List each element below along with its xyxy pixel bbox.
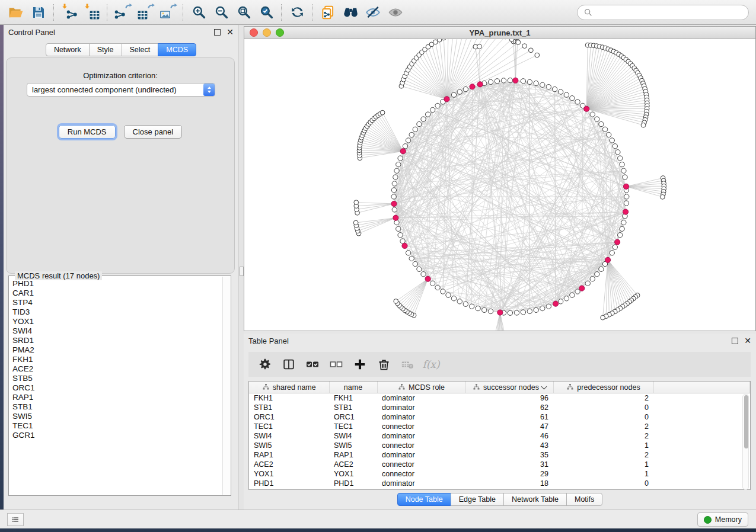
- table-row[interactable]: FKH1FKH1dominator962: [249, 393, 750, 403]
- mcds-result-item[interactable]: CAR1: [12, 289, 223, 298]
- open-file-button[interactable]: [5, 2, 27, 23]
- memory-button[interactable]: Memory: [697, 512, 748, 527]
- table-cell[interactable]: 0: [553, 403, 653, 412]
- table-cell[interactable]: dominator: [377, 403, 465, 412]
- network-node[interactable]: [618, 233, 623, 238]
- network-node[interactable]: [495, 79, 499, 84]
- network-node[interactable]: [446, 293, 451, 297]
- table-row[interactable]: STB1STB1dominator620: [249, 403, 750, 412]
- network-node[interactable]: [451, 92, 456, 97]
- tab-network-table[interactable]: Network Table: [503, 493, 567, 506]
- zoom-in-button[interactable]: [187, 2, 210, 23]
- network-node[interactable]: [409, 256, 414, 261]
- network-node[interactable]: [602, 127, 607, 132]
- mcds-result-item[interactable]: SWI5: [12, 412, 223, 421]
- network-hub-node[interactable]: [444, 97, 449, 102]
- close-panel-button[interactable]: Close panel: [124, 125, 183, 139]
- network-node[interactable]: [618, 156, 623, 161]
- table-cell[interactable]: 96: [465, 393, 553, 403]
- table-row[interactable]: TEC1TEC1connector472: [249, 422, 750, 431]
- mcds-result-item[interactable]: ORC1: [12, 383, 223, 393]
- network-node[interactable]: [623, 175, 627, 180]
- table-cell[interactable]: YOX1: [329, 469, 377, 479]
- mcds-result-item[interactable]: STB5: [12, 374, 223, 383]
- network-node[interactable]: [599, 267, 604, 271]
- select-all-button[interactable]: [302, 354, 323, 374]
- tab-style[interactable]: Style: [89, 43, 122, 56]
- show-all-button[interactable]: [384, 2, 407, 23]
- table-cell[interactable]: dominator: [377, 479, 465, 488]
- float-panel-icon[interactable]: [732, 338, 738, 344]
- table-cell[interactable]: dominator: [377, 431, 465, 441]
- mcds-result-item[interactable]: TEC1: [12, 421, 223, 431]
- network-node[interactable]: [394, 168, 399, 173]
- network-node[interactable]: [527, 309, 532, 313]
- table-cell[interactable]: PHD1: [249, 479, 329, 488]
- network-node[interactable]: [575, 100, 580, 104]
- table-settings-button[interactable]: [254, 354, 276, 374]
- network-hub-node[interactable]: [605, 257, 611, 262]
- zoom-selected-button[interactable]: [255, 2, 277, 23]
- table-row[interactable]: ORC1ORC1dominator610: [249, 412, 750, 422]
- network-node[interactable]: [393, 175, 398, 180]
- save-session-button[interactable]: [27, 2, 50, 23]
- column-header-mcds-role[interactable]: MCDS role: [377, 382, 465, 393]
- mcds-result-item[interactable]: PMA2: [12, 345, 223, 355]
- network-node[interactable]: [451, 296, 456, 301]
- table-cell[interactable]: FKH1: [249, 393, 329, 403]
- network-hub-node[interactable]: [579, 286, 585, 291]
- network-node[interactable]: [353, 220, 358, 225]
- network-node[interactable]: [564, 296, 569, 301]
- network-node[interactable]: [546, 304, 551, 309]
- table-cell[interactable]: 2: [553, 431, 653, 441]
- network-node[interactable]: [621, 168, 626, 173]
- network-canvas[interactable]: [244, 39, 755, 331]
- table-cell[interactable]: PHD1: [329, 479, 377, 488]
- apply-function-button[interactable]: f(x): [420, 354, 442, 374]
- network-hub-node[interactable]: [615, 239, 620, 245]
- table-cell[interactable]: 31: [465, 460, 553, 469]
- refresh-layout-button[interactable]: [286, 2, 308, 23]
- table-cell[interactable]: TEC1: [249, 422, 329, 431]
- network-node[interactable]: [394, 220, 399, 225]
- table-cell[interactable]: FKH1: [329, 393, 377, 403]
- network-hub-node[interactable]: [425, 276, 430, 281]
- column-header-shared-name[interactable]: shared name: [249, 382, 329, 393]
- network-node[interactable]: [534, 307, 538, 312]
- column-header-successor-nodes[interactable]: successor nodes: [465, 382, 553, 393]
- network-node[interactable]: [564, 92, 569, 97]
- table-cell[interactable]: 47: [465, 422, 553, 431]
- network-node[interactable]: [403, 144, 407, 149]
- table-cell[interactable]: STB1: [329, 403, 377, 412]
- network-node[interactable]: [615, 150, 620, 155]
- network-node[interactable]: [570, 96, 575, 101]
- network-node[interactable]: [522, 44, 527, 49]
- table-row[interactable]: YOX1YOX1connector291: [249, 469, 750, 479]
- network-node[interactable]: [463, 302, 468, 306]
- network-node[interactable]: [601, 315, 605, 320]
- network-node[interactable]: [441, 289, 445, 294]
- network-node[interactable]: [641, 123, 646, 127]
- network-node[interactable]: [509, 39, 514, 41]
- network-window-titlebar[interactable]: YPA_prune.txt_1: [244, 27, 755, 39]
- network-node[interactable]: [354, 200, 359, 205]
- delete-column-button[interactable]: [373, 354, 394, 374]
- network-node[interactable]: [540, 306, 545, 310]
- network-node[interactable]: [409, 132, 414, 137]
- delete-table-button[interactable]: [397, 354, 418, 374]
- table-cell[interactable]: YOX1: [249, 469, 329, 479]
- table-cell[interactable]: 29: [465, 469, 553, 479]
- export-network-button[interactable]: [111, 2, 134, 23]
- network-node[interactable]: [392, 181, 397, 186]
- network-hub-node[interactable]: [513, 78, 518, 83]
- network-node[interactable]: [521, 79, 525, 84]
- table-cell[interactable]: 2: [553, 422, 653, 431]
- network-node[interactable]: [392, 207, 397, 212]
- network-node[interactable]: [413, 127, 417, 132]
- network-hub-node[interactable]: [391, 201, 397, 206]
- network-node[interactable]: [521, 310, 525, 315]
- network-node[interactable]: [516, 40, 521, 45]
- import-table-button[interactable]: [81, 2, 103, 23]
- network-node[interactable]: [469, 304, 474, 309]
- network-node[interactable]: [527, 79, 532, 84]
